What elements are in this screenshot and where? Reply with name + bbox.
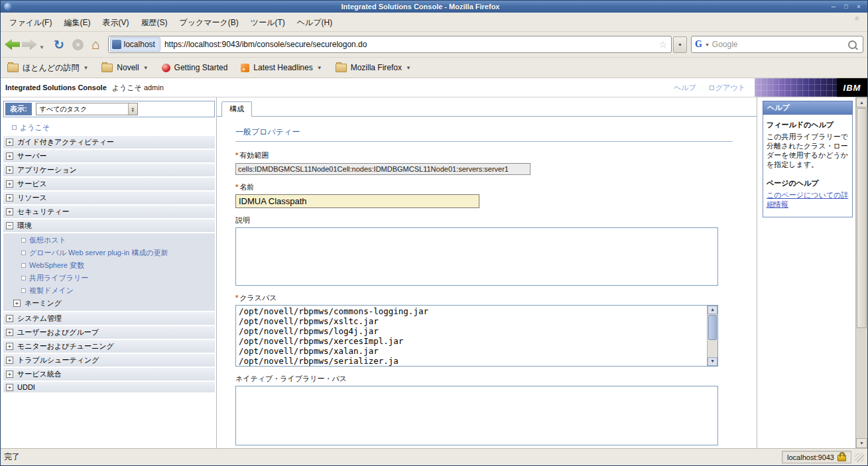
scroll-down-icon[interactable]: ▼ [856,438,867,448]
menu-items: ファイル(F)編集(E)表示(V)履歴(S)ブックマーク(B)ツール(T)ヘルプ… [3,16,338,29]
bookmark-star-icon[interactable]: ☆ [658,39,667,50]
search-icon[interactable] [848,40,857,49]
titlebar[interactable]: Integrated Solutions Console - Mozilla F… [1,1,867,13]
google-engine-icon[interactable]: G [695,39,702,50]
sidebar-section[interactable]: + セキュリティー [3,205,215,219]
url-bar[interactable]: localhost https://localhost:9043/ibm/con… [108,36,672,53]
sidebar-sections-bottom: + システム管理 + ユーザーおよびグループ + モニターおよびチューニング +… [3,312,215,394]
sidebar-section[interactable]: + モニターおよびチューニング [3,340,215,354]
logout-link[interactable]: ログアウト [708,83,745,93]
reload-button[interactable]: ↻ [54,37,64,52]
sidebar-section[interactable]: + リソース [3,192,215,205]
bookmark-mozilla-firefox[interactable]: Mozilla Firefox ▼ [336,63,411,72]
tab-configuration[interactable]: 構成 [221,101,252,117]
resize-grip[interactable] [855,453,864,462]
task-filter-select[interactable]: すべてのタスク ▲▼ [36,103,138,115]
sidebar-section[interactable]: + システム管理 [3,312,215,326]
sidebar-section[interactable]: + サーバー [3,150,215,164]
navigation-toolbar: ▼ ↻ × ⌂ localhost https://localhost:9043… [1,32,867,58]
combo-arrows-icon[interactable]: ▲▼ [128,103,137,115]
expand-icon[interactable]: + [6,180,13,188]
back-button[interactable] [5,39,20,50]
sidebar-section[interactable]: + トラブルシューティング [3,354,215,368]
site-identity-button[interactable]: localhost [110,37,160,52]
sidebar-section[interactable]: + サービス [3,178,215,192]
description-textarea[interactable] [235,227,718,286]
classpath-scrollbar[interactable]: ▲ ▼ [707,306,717,366]
name-label: 名前 [239,183,254,191]
help-link[interactable]: ヘルプ [674,83,696,93]
expand-icon[interactable]: + [6,315,13,322]
expand-icon[interactable]: + [6,371,13,378]
forward-button[interactable] [22,39,37,50]
expand-icon[interactable]: + [6,343,13,350]
name-input[interactable] [235,194,479,208]
banner-graphic [755,78,837,97]
sidebar-item-welcome[interactable]: ようこそ [3,121,215,136]
chevron-down-icon: ▼ [406,65,411,71]
expand-icon[interactable]: + [6,194,13,202]
bookmark-latest-headlines[interactable]: Latest Headlines ▼ [241,63,322,72]
help-panel: ヘルプ フィールドのヘルプ この共用ライブラリーで分離されたクラス・ローダーを使… [757,97,855,448]
expand-icon[interactable]: + [6,208,13,215]
page-scrollbar[interactable]: ▲ ▼ [855,97,867,448]
sidebar-section-label: サービス [17,179,47,189]
sidebar-section[interactable]: + サービス統合 [3,368,215,382]
menu-item[interactable]: 履歴(S) [135,15,173,30]
sidebar-subsection-naming[interactable]: + ネーミング [3,297,215,309]
sidebar-link[interactable]: 複製ドメイン [3,284,215,297]
expand-icon[interactable]: + [6,357,13,364]
url-history-dropdown[interactable]: ▼ [673,36,687,53]
sidebar-section-environment[interactable]: − 環境 [3,219,215,233]
expand-icon[interactable]: + [6,152,13,160]
collapse-icon[interactable]: − [6,222,13,229]
menu-item[interactable]: 編集(E) [58,15,96,30]
search-bar[interactable]: G ▼ Google [691,36,863,53]
scrollbar-thumb[interactable] [708,315,717,340]
sidebar-section[interactable]: + アプリケーション [3,164,215,178]
bookmark-getting-started[interactable]: Getting Started [162,63,228,72]
sidebar-sections-top: + ガイド付きアクティビティー + サーバー + アプリケーション + サービス… [3,136,215,219]
home-button[interactable]: ⌂ [92,36,100,52]
firefox-window: Integrated Solutions Console - Mozilla F… [0,0,868,466]
bookmark-label: Latest Headlines [253,63,312,72]
console-title: Integrated Solutions Console [5,84,107,91]
expand-icon[interactable]: + [6,139,13,146]
menu-item[interactable]: ファイル(F) [3,15,58,30]
sidebar-section[interactable]: + UDDI [3,382,215,394]
sidebar-link[interactable]: グローバル Web server plug-in 構成の更新 [3,247,215,259]
expand-icon[interactable]: + [6,329,13,336]
close-button[interactable]: × [853,2,864,11]
back-history-dropdown[interactable]: ▼ [39,44,44,50]
scroll-up-icon[interactable]: ▲ [708,306,717,314]
scroll-down-icon[interactable]: ▼ [708,357,717,366]
stop-button[interactable]: × [72,39,84,50]
scroll-up-icon[interactable]: ▲ [856,97,867,107]
sidebar-link[interactable]: WebSphere 変数 [3,259,215,272]
required-marker: * [235,183,238,191]
bookmark-novell[interactable]: Novell ▼ [101,63,148,72]
menu-item[interactable]: ブックマーク(B) [173,15,244,30]
expand-icon[interactable]: + [6,166,13,174]
sidebar-link[interactable]: 仮想ホスト [3,234,215,247]
scope-input[interactable] [235,163,530,175]
menu-item[interactable]: ヘルプ(H) [291,15,339,30]
menu-item[interactable]: ツール(T) [245,15,291,30]
native-path-textarea[interactable] [235,386,718,445]
scrollbar-thumb[interactable] [857,108,867,328]
expand-icon[interactable]: + [6,384,13,391]
sidebar-section[interactable]: + ユーザーおよびグループ [3,326,215,340]
url-text[interactable]: https://localhost:9043/ibm/console/secur… [164,40,658,49]
expand-icon[interactable]: + [13,300,21,307]
menu-item[interactable]: 表示(V) [96,15,135,30]
maximize-button[interactable]: □ [841,2,851,11]
search-engine-dropdown[interactable]: ▼ [705,42,710,47]
search-input[interactable]: Google [712,40,845,49]
page-help-link[interactable]: このページについての詳細情報 [767,190,849,209]
classpath-textarea[interactable]: /opt/novell/rbpmws/commons-logging.jar/o… [235,305,718,367]
sidebar-link[interactable]: 共用ライブラリー [3,272,215,284]
security-indicator[interactable]: localhost:9043 [782,451,851,463]
bookmark-most-visited[interactable]: ほとんどの訪問 ▼ [7,62,88,74]
sidebar-section[interactable]: + ガイド付きアクティビティー [3,136,215,150]
minimize-button[interactable]: ─ [828,2,839,11]
